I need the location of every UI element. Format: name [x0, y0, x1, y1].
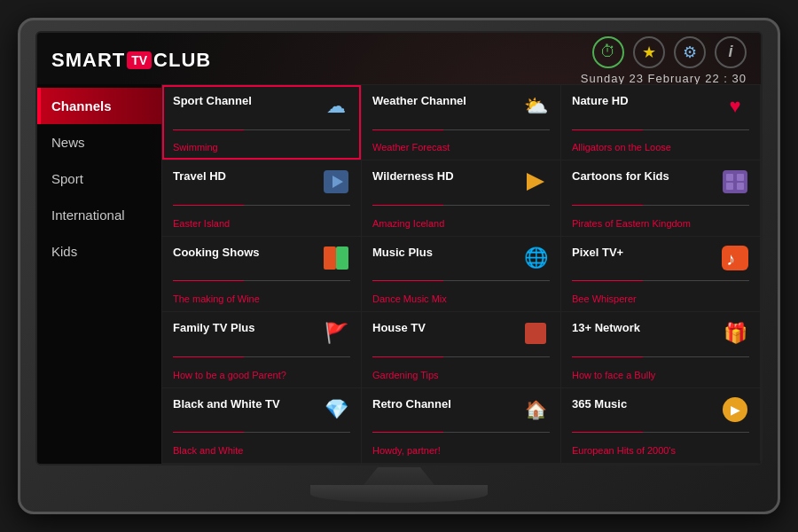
channel-divider: [173, 432, 350, 433]
clock-button[interactable]: ⏱: [592, 36, 624, 68]
gear-icon: ⚙: [683, 43, 697, 62]
channel-icon: ☁: [322, 94, 350, 119]
channel-program: Bee Whisperer: [572, 293, 749, 304]
channel-card-weather[interactable]: Weather Channel ⛅ Weather Forecast: [362, 85, 560, 160]
channel-program: Black and White: [173, 445, 350, 456]
channel-divider: [173, 280, 350, 281]
channel-card-cartoons[interactable]: Cartoons for Kids: [561, 160, 760, 235]
channel-divider: [173, 205, 350, 206]
channel-program: European Hits of 2000's: [572, 445, 749, 456]
channel-name: House TV: [372, 321, 521, 334]
channel-card-cooking[interactable]: Cooking Shows The making of Wine: [162, 237, 361, 311]
sidebar-item-channels[interactable]: Channels: [37, 88, 161, 124]
sidebar-item-label: News: [51, 135, 85, 150]
heart-icon: ♥: [729, 95, 740, 118]
channel-top: 13+ Network 🎁: [572, 321, 749, 346]
top-bar: SMART TV CLUB ⏱ ★ ⚙: [37, 33, 761, 84]
star-button[interactable]: ★: [633, 36, 665, 68]
svg-text:♪: ♪: [726, 249, 735, 269]
channel-program: How to face a Bully: [572, 370, 749, 380]
channel-icon: [521, 169, 550, 194]
channel-card-pixel-tv[interactable]: Pixel TV+ ♪ Bee Whisperer: [561, 237, 760, 311]
cook-icon: [324, 246, 348, 270]
channel-name: Music Plus: [372, 246, 521, 259]
sidebar-item-label: International: [51, 207, 125, 223]
channel-name: Wilderness HD: [372, 169, 521, 183]
channel-name: Family TV Plus: [173, 321, 322, 334]
play-triangle-icon: [524, 170, 547, 193]
channel-card-bw-tv[interactable]: Black and White TV 💎 Black and White: [162, 388, 361, 463]
sidebar: Channels News Sport International Kids: [37, 84, 161, 464]
logo-smart: SMART: [51, 49, 125, 72]
channel-name: Weather Channel: [372, 94, 521, 107]
channel-card-sport[interactable]: Sport Channel ☁ Swimming: [162, 85, 361, 160]
channel-name: Pixel TV+: [572, 246, 721, 259]
channel-card-13plus[interactable]: 13+ Network 🎁 How to face a Bully: [561, 312, 760, 387]
svg-rect-3: [723, 170, 747, 193]
music-note-icon: ♪: [722, 246, 748, 270]
logo-tv-badge: TV: [127, 51, 152, 69]
main-area: Channels News Sport International Kids: [37, 84, 761, 464]
channel-icon: ♥: [721, 94, 749, 119]
channel-divider: [372, 129, 550, 130]
channel-card-travel[interactable]: Travel HD Easter Island: [162, 160, 361, 235]
clock-icon: ⏱: [600, 43, 616, 61]
channel-program: Gardening Tips: [372, 370, 550, 380]
channel-card-family-tv[interactable]: Family TV Plus 🚩 How to be a good Parent…: [162, 312, 361, 387]
channel-name: Black and White TV: [173, 397, 322, 411]
channel-icon: 💎: [322, 397, 350, 422]
channel-top: 365 Music ▶: [572, 397, 749, 422]
channel-program: Easter Island: [173, 218, 350, 229]
channel-program: Howdy, partner!: [372, 445, 550, 456]
star-icon: ★: [642, 43, 656, 62]
channel-top: Cartoons for Kids: [572, 169, 749, 194]
logo: SMART TV CLUB: [51, 49, 211, 72]
svg-rect-7: [737, 183, 744, 190]
sidebar-item-sport[interactable]: Sport: [37, 160, 161, 197]
channel-top: Black and White TV 💎: [173, 397, 350, 422]
channel-program: How to be a good Parent?: [173, 370, 350, 380]
stand-neck: [364, 467, 434, 485]
sidebar-item-international[interactable]: International: [37, 197, 161, 233]
channel-divider: [572, 280, 749, 281]
channel-divider: [572, 356, 749, 357]
channel-card-nature[interactable]: Nature HD ♥ Alligators on the Loose: [561, 85, 760, 160]
channel-icon: 🌐: [521, 246, 550, 270]
channel-top: Music Plus 🌐: [372, 246, 550, 270]
channel-divider: [572, 432, 749, 433]
channel-card-music-plus[interactable]: Music Plus 🌐 Dance Music Mix: [362, 237, 560, 311]
svg-rect-4: [726, 174, 733, 181]
sidebar-item-label: Sport: [51, 171, 83, 186]
channel-top: Pixel TV+ ♪: [572, 246, 749, 270]
channel-divider: [372, 356, 550, 357]
settings-button[interactable]: ⚙: [674, 36, 706, 68]
channel-program: Weather Forecast: [372, 142, 550, 153]
channel-icon: 🚩: [322, 321, 350, 346]
channel-icon: [322, 246, 350, 270]
channel-icon: 🏠: [521, 397, 550, 422]
channel-name: Retro Channel: [372, 397, 521, 411]
sidebar-item-kids[interactable]: Kids: [37, 233, 161, 270]
screen-content: SMART TV CLUB ⏱ ★ ⚙: [37, 33, 761, 464]
channel-icon: [521, 321, 550, 346]
channel-card-house-tv[interactable]: House TV Gardening Tips: [362, 312, 560, 387]
sidebar-item-news[interactable]: News: [37, 124, 161, 160]
channel-divider: [173, 129, 350, 130]
channel-top: Family TV Plus 🚩: [173, 321, 350, 346]
channel-divider: [372, 280, 550, 281]
channel-divider: [572, 129, 749, 130]
channel-name: 365 Music: [572, 397, 721, 411]
globe-icon: 🌐: [524, 246, 548, 270]
square-icon: [525, 323, 546, 344]
info-button[interactable]: i: [715, 36, 747, 68]
channel-card-retro[interactable]: Retro Channel 🏠 Howdy, partner!: [362, 388, 560, 463]
channel-program: Pirates of Eastern Kingdom: [572, 218, 749, 229]
channel-card-365music[interactable]: 365 Music ▶ European Hits of 2000's: [561, 388, 760, 463]
channel-name: Cartoons for Kids: [572, 169, 721, 183]
svg-rect-6: [726, 183, 733, 190]
channel-card-wilderness[interactable]: Wilderness HD Amazing Iceland: [362, 160, 560, 235]
channel-top: Sport Channel ☁: [173, 94, 350, 119]
channel-top: Retro Channel 🏠: [372, 397, 550, 422]
tv-outer: SMART TV CLUB ⏱ ★ ⚙: [18, 18, 780, 514]
channel-program: The making of Wine: [173, 293, 350, 304]
